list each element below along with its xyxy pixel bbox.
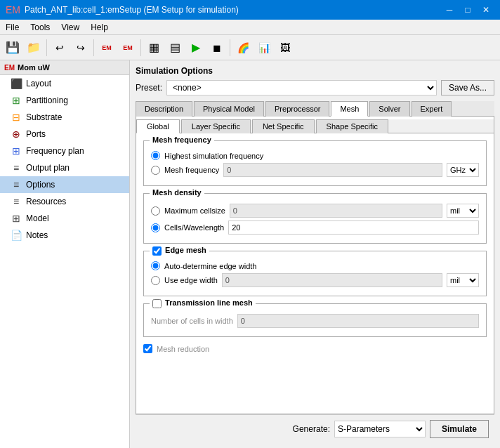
save-button[interactable]: 💾 bbox=[3, 38, 22, 58]
tab-physical-model[interactable]: Physical Model bbox=[194, 101, 264, 117]
edge-mesh-group: Edge mesh Auto-determine edge width Use … bbox=[143, 251, 487, 296]
toolbar-sep-3 bbox=[140, 39, 141, 56]
inner-tab-shape[interactable]: Shape Specific bbox=[316, 119, 388, 133]
sidebar-item-ports[interactable]: ⊕ Ports bbox=[0, 126, 129, 143]
sidebar-label-layout: Layout bbox=[26, 79, 51, 88]
save-as-button[interactable]: Save As... bbox=[441, 80, 494, 95]
sidebar-item-output[interactable]: ≡ Output plan bbox=[0, 159, 129, 176]
title-bar: EM Patch_ANT_lib:cell_1:emSetup (EM Setu… bbox=[0, 0, 500, 20]
inner-tab-bar: Global Layer Specific Net Specific Shape… bbox=[136, 119, 494, 133]
substrate-icon: ⊟ bbox=[10, 112, 22, 123]
highest-freq-row: Highest simulation frequency bbox=[151, 151, 479, 160]
redo-button[interactable]: ↪ bbox=[71, 38, 91, 58]
cells-wavelength-radio[interactable] bbox=[151, 223, 160, 232]
max-cellsize-input[interactable] bbox=[230, 204, 442, 218]
inner-tab-net[interactable]: Net Specific bbox=[252, 119, 315, 133]
run-button[interactable]: ▶ bbox=[186, 38, 206, 58]
edge-mesh-checkbox[interactable] bbox=[152, 246, 162, 256]
mesh-frequency-content: Highest simulation frequency Mesh freque… bbox=[151, 145, 479, 177]
cube-button[interactable]: ◼ bbox=[207, 38, 227, 58]
cells-wavelength-label: Cells/Wavelength bbox=[164, 223, 224, 232]
use-edge-row: Use edge width mil bbox=[151, 273, 479, 287]
inner-tab-global[interactable]: Global bbox=[136, 119, 180, 133]
tab-description[interactable]: Description bbox=[136, 101, 192, 117]
mesh-freq-input[interactable] bbox=[223, 163, 442, 177]
highest-freq-radio[interactable] bbox=[151, 151, 160, 160]
rainbow-button[interactable]: 🌈 bbox=[233, 38, 253, 58]
em-button-2[interactable]: EM bbox=[118, 38, 138, 58]
auto-edge-radio[interactable] bbox=[151, 261, 160, 270]
chart-button[interactable]: 📊 bbox=[254, 38, 274, 58]
output-icon: ≡ bbox=[10, 162, 22, 173]
em-button-1[interactable]: EM bbox=[97, 38, 117, 58]
edge-width-input[interactable] bbox=[222, 273, 442, 287]
sidebar-label-resources: Resources bbox=[26, 197, 66, 206]
mesh-panel: Global Layer Specific Net Specific Shape… bbox=[136, 117, 494, 414]
undo-button[interactable]: ↩ bbox=[50, 38, 70, 58]
auto-edge-label: Auto-determine edge width bbox=[164, 262, 256, 270]
sidebar-header-label: Mom uW bbox=[18, 63, 50, 72]
max-cellsize-row: Maximum cellsize mil bbox=[151, 204, 479, 218]
generate-select[interactable]: S-Parameters bbox=[334, 421, 426, 437]
transmission-line-checkbox[interactable] bbox=[152, 299, 162, 308]
sidebar-item-model[interactable]: ⊞ Model bbox=[0, 210, 129, 227]
preset-select[interactable]: <none> bbox=[166, 80, 437, 95]
open-button[interactable]: 📁 bbox=[24, 38, 44, 58]
sidebar-item-resources[interactable]: ≡ Resources bbox=[0, 193, 129, 210]
sidebar: EM Mom uW ⬛ Layout ⊞ Partitioning ⊟ Subs… bbox=[0, 60, 130, 448]
menu-help[interactable]: Help bbox=[85, 21, 114, 34]
use-edge-radio[interactable] bbox=[151, 276, 160, 285]
tab-mesh[interactable]: Mesh bbox=[331, 101, 368, 117]
close-button[interactable]: ✕ bbox=[478, 3, 494, 17]
options-icon: ≡ bbox=[10, 179, 22, 190]
sidebar-item-notes[interactable]: 📄 Notes bbox=[0, 227, 129, 244]
sidebar-item-substrate[interactable]: ⊟ Substrate bbox=[0, 109, 129, 126]
mesh-frequency-group: Mesh frequency Highest simulation freque… bbox=[143, 140, 487, 186]
section-title: Simulation Options bbox=[136, 66, 494, 76]
menu-tools[interactable]: Tools bbox=[25, 21, 55, 34]
menu-file[interactable]: File bbox=[0, 21, 25, 34]
sidebar-item-partitioning[interactable]: ⊞ Partitioning bbox=[0, 92, 129, 109]
cells-wavelength-input[interactable] bbox=[228, 220, 479, 235]
edge-width-unit[interactable]: mil bbox=[447, 273, 479, 287]
sidebar-item-options[interactable]: ≡ Options bbox=[0, 176, 129, 193]
auto-edge-row: Auto-determine edge width bbox=[151, 261, 479, 270]
model-icon: ⊞ bbox=[10, 213, 22, 224]
minimize-button[interactable]: ─ bbox=[441, 3, 458, 17]
maximize-button[interactable]: □ bbox=[459, 3, 476, 17]
mesh-reduction-checkbox[interactable] bbox=[143, 344, 152, 353]
transmission-line-group: Transmission line mesh Number of cells i… bbox=[143, 303, 487, 337]
mesh-density-content: Maximum cellsize mil Cells/Wavelength bbox=[151, 198, 479, 235]
main-layout: EM Mom uW ⬛ Layout ⊞ Partitioning ⊟ Subs… bbox=[0, 60, 500, 448]
sidebar-item-layout[interactable]: ⬛ Layout bbox=[0, 75, 129, 92]
sidebar-label-substrate: Substrate bbox=[26, 112, 62, 122]
tab-solver[interactable]: Solver bbox=[369, 101, 409, 117]
mesh-density-group: Mesh density Maximum cellsize mil bbox=[143, 193, 487, 244]
cells-width-input[interactable] bbox=[237, 314, 479, 328]
tool-button-2[interactable]: ▤ bbox=[165, 38, 185, 58]
mesh-freq-unit[interactable]: GHz bbox=[447, 163, 479, 177]
toolbar-sep-4 bbox=[230, 39, 230, 56]
mesh-freq-radio[interactable] bbox=[151, 166, 160, 175]
mesh-reduction-row: Mesh reduction bbox=[143, 344, 487, 353]
title-text: Patch_ANT_lib:cell_1:emSetup (EM Setup f… bbox=[25, 5, 441, 15]
simulate-area: Simulate bbox=[430, 420, 489, 438]
image-button[interactable]: 🖼 bbox=[275, 38, 295, 58]
resources-icon: ≡ bbox=[10, 196, 22, 207]
cells-wavelength-row: Cells/Wavelength bbox=[151, 220, 479, 235]
max-cellsize-radio[interactable] bbox=[151, 206, 160, 216]
menu-view[interactable]: View bbox=[55, 21, 85, 34]
simulate-button[interactable]: Simulate bbox=[430, 420, 489, 438]
partition-icon: ⊞ bbox=[10, 95, 22, 106]
tab-preprocessor[interactable]: Preprocessor bbox=[265, 101, 329, 117]
cells-width-label: Number of cells in width bbox=[151, 317, 233, 325]
tool-button-1[interactable]: ▦ bbox=[144, 38, 164, 58]
tab-expert[interactable]: Expert bbox=[412, 101, 452, 117]
sidebar-item-frequency[interactable]: ⊞ Frequency plan bbox=[0, 143, 129, 159]
ports-icon: ⊕ bbox=[10, 129, 22, 140]
preset-label: Preset: bbox=[136, 83, 162, 93]
max-cellsize-unit[interactable]: mil bbox=[447, 204, 479, 218]
inner-tab-layer[interactable]: Layer Specific bbox=[181, 119, 251, 133]
mesh-reduction-label: Mesh reduction bbox=[157, 345, 209, 353]
mesh-freq-label: Mesh frequency bbox=[164, 166, 219, 174]
